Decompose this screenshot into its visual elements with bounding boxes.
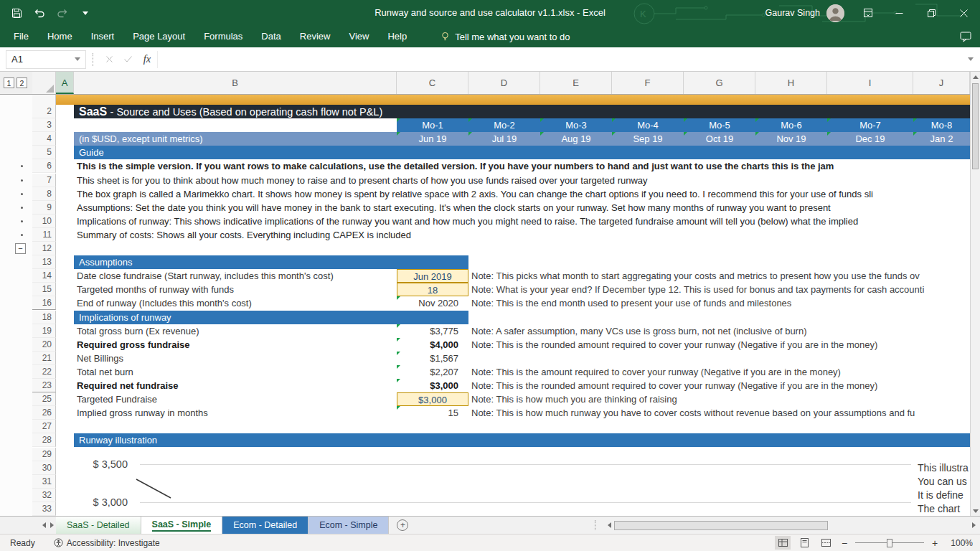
scroll-right-button[interactable]	[969, 522, 979, 528]
cell-E3[interactable]: Mo-3	[540, 118, 612, 132]
cell-J31[interactable]: You can us	[913, 475, 970, 489]
row-header-12[interactable]: 12	[32, 242, 56, 255]
chart-series-line[interactable]	[129, 472, 179, 502]
cell-B25[interactable]: Targeted Fundraise	[74, 392, 397, 406]
cell-B8[interactable]: The box graph is called a Marimekko char…	[74, 187, 970, 201]
close-button[interactable]	[948, 0, 980, 26]
column-header-D[interactable]: D	[468, 72, 540, 94]
user-name[interactable]: Gaurav Singh	[765, 8, 820, 18]
cell-C15[interactable]: 18	[397, 283, 468, 296]
row-header-23[interactable]: 23	[32, 379, 56, 392]
vertical-scrollbar[interactable]	[970, 72, 980, 516]
column-header-E[interactable]: E	[540, 72, 612, 94]
maximize-button[interactable]	[915, 0, 948, 26]
cell-J30[interactable]: This illustra	[913, 461, 970, 475]
row-header-32[interactable]: 32	[32, 489, 56, 502]
cell-B22[interactable]: Total net burn	[74, 365, 397, 379]
tab-scrollbar-divider[interactable]	[595, 520, 595, 530]
cell-B13[interactable]: Assumptions	[74, 255, 468, 269]
tell-me-box[interactable]: Tell me what you want to do	[440, 31, 570, 42]
user-avatar[interactable]	[826, 4, 844, 22]
new-sheet-button[interactable]: +	[389, 517, 416, 534]
row-header-29[interactable]: 29	[32, 448, 56, 461]
cell-B4[interactable]: (in $USD, except unit metrics)	[74, 132, 397, 146]
cell-D20[interactable]: Note: This is the rounded amount require…	[468, 338, 970, 352]
column-header-C[interactable]: C	[397, 72, 468, 94]
sheet-scroll-left-button[interactable]	[40, 517, 48, 534]
cell-B11[interactable]: Summary of costs: Shows all your costs. …	[74, 228, 970, 242]
cell-C14[interactable]: Jun 2019	[397, 269, 468, 283]
row-header-22[interactable]: 22	[32, 365, 56, 379]
cell-B10[interactable]: Implications of runway: This shows indic…	[74, 215, 970, 228]
ribbon-tab-data[interactable]: Data	[252, 26, 290, 47]
cell-C26[interactable]: 15	[397, 406, 468, 420]
cell-H4[interactable]: Nov 19	[755, 132, 827, 146]
cell-B20[interactable]: Required gross fundraise	[74, 338, 397, 352]
comments-button[interactable]	[960, 26, 971, 47]
row-header-7[interactable]: 7	[32, 174, 56, 187]
row-header-26[interactable]: 26	[32, 406, 56, 420]
row-header-20[interactable]: 20	[32, 338, 56, 352]
cell-C4[interactable]: Jun 19	[397, 132, 468, 146]
cell-C16[interactable]: Nov 2020	[397, 296, 468, 310]
cell-B9[interactable]: Assumptions: Set the date you think you …	[74, 201, 970, 215]
ribbon-tab-review[interactable]: Review	[291, 26, 340, 47]
cell-C25[interactable]: $3,000	[397, 392, 468, 406]
outline-level-2-button[interactable]: 2	[17, 77, 27, 88]
row-header-25[interactable]: 25	[32, 392, 56, 406]
row-header-6[interactable]: 6	[32, 159, 56, 173]
cell-B26[interactable]: Implied gross runway in months	[74, 406, 397, 420]
cell-D16[interactable]: Note: This is the end month used to pres…	[468, 296, 970, 310]
customize-quick-access-button[interactable]	[76, 3, 95, 23]
formula-bar-expand-icon[interactable]	[961, 57, 980, 61]
row-header-16[interactable]: 16	[32, 296, 56, 310]
formula-bar-grip[interactable]	[93, 53, 93, 66]
normal-view-button[interactable]	[775, 536, 791, 550]
formula-input[interactable]	[157, 51, 961, 68]
row-header-31[interactable]: 31	[32, 475, 56, 489]
row-header-30[interactable]: 30	[32, 461, 56, 475]
ribbon-tab-page-layout[interactable]: Page Layout	[123, 26, 194, 47]
row-header-5[interactable]: 5	[32, 146, 56, 159]
zoom-out-button[interactable]: −	[839, 538, 849, 548]
cell-J33[interactable]: The chart	[913, 502, 970, 516]
row-header-10[interactable]: 10	[32, 215, 56, 228]
cell-D15[interactable]: Note: What is your year end? If December…	[468, 283, 970, 296]
cell-E4[interactable]: Aug 19	[540, 132, 612, 146]
cell-C21[interactable]: $1,567	[397, 352, 468, 365]
cell-J32[interactable]: It is define	[913, 489, 970, 502]
cell-C3[interactable]: Mo-1	[397, 118, 468, 132]
ribbon-tab-file[interactable]: File	[4, 26, 38, 47]
cell-B18[interactable]: Implications of runway	[74, 311, 468, 324]
sheet-tab-saas-simple[interactable]: SaaS - Simple	[141, 517, 223, 534]
row-header-28[interactable]: 28	[32, 433, 56, 447]
ribbon-tab-insert[interactable]: Insert	[82, 26, 124, 47]
cell-C22[interactable]: $2,207	[397, 365, 468, 379]
ribbon-tab-formulas[interactable]: Formulas	[194, 26, 252, 47]
ribbon-tab-view[interactable]: View	[339, 26, 378, 47]
ribbon-tab-home[interactable]: Home	[38, 26, 82, 47]
save-button[interactable]	[7, 3, 26, 23]
cancel-button[interactable]	[100, 51, 118, 68]
cell-H3[interactable]: Mo-6	[755, 118, 827, 132]
outline-level-1-button[interactable]: 1	[4, 77, 14, 88]
cell-B6[interactable]: This is the simple version. If you want …	[74, 159, 970, 173]
cell-C20[interactable]: $4,000	[397, 338, 468, 352]
cell-B2[interactable]: SaaS - Source and Uses (Based on operati…	[74, 105, 970, 118]
cell-B16[interactable]: End of runway (Includes this month's cos…	[74, 296, 397, 310]
column-header-A[interactable]: A	[56, 72, 74, 94]
row-header-11[interactable]: 11	[32, 228, 56, 242]
select-all-button[interactable]	[32, 72, 56, 94]
name-box-dropdown-icon[interactable]	[75, 57, 80, 61]
row-header-9[interactable]: 9	[32, 201, 56, 215]
column-header-J[interactable]: J	[913, 72, 970, 94]
zoom-slider[interactable]	[855, 537, 924, 549]
cell-I4[interactable]: Dec 19	[827, 132, 913, 146]
cell-B7[interactable]: This sheet is for you to think about how…	[74, 174, 970, 187]
ribbon-display-options-button[interactable]	[853, 0, 883, 26]
sheet-tab-ecom-detailed[interactable]: Ecom - Detailed	[222, 517, 308, 534]
cell-B14[interactable]: Date close fundraise (Start runway, incl…	[74, 269, 397, 283]
insert-function-button[interactable]: fx	[137, 53, 157, 65]
zoom-in-button[interactable]: +	[930, 538, 940, 548]
sheet-tab-saas-detailed[interactable]: SaaS - Detailed	[56, 517, 141, 534]
